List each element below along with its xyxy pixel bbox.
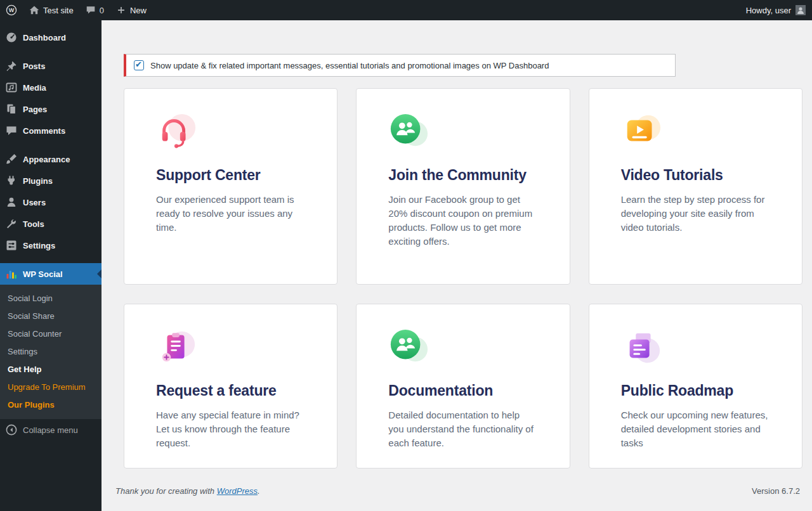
menu-separator bbox=[0, 48, 102, 55]
admin-sidebar: Dashboard Posts Media Pages bbox=[0, 20, 102, 511]
sidebar-item-appearance[interactable]: Appearance bbox=[0, 148, 102, 170]
sidebar-item-label: Posts bbox=[23, 61, 45, 71]
sidebar-item-media[interactable]: Media bbox=[0, 77, 102, 98]
media-icon bbox=[5, 81, 18, 94]
sidebar-item-label: Media bbox=[23, 83, 46, 93]
sidebar-item-label: Pages bbox=[23, 105, 47, 114]
sidebar-item-label: Tools bbox=[23, 219, 44, 229]
card-documentation: Documentation Detailed documentation to … bbox=[356, 304, 570, 469]
card-support-center: Support Center Our experienced support t… bbox=[124, 88, 337, 285]
sidebar-item-wp-social[interactable]: WP Social bbox=[0, 263, 102, 285]
wrench-icon bbox=[5, 217, 18, 230]
wp-social-icon bbox=[5, 268, 18, 280]
content-area: Show update & fix related important mess… bbox=[102, 20, 812, 469]
dashboard-icon bbox=[5, 31, 18, 44]
card-join-community: Join the Community Join our Facebook gro… bbox=[356, 88, 570, 285]
user-icon bbox=[5, 196, 18, 209]
sidebar-item-comments[interactable]: Comments bbox=[0, 120, 102, 141]
card-title: Video Tutorials bbox=[621, 166, 769, 184]
new-label: New bbox=[130, 6, 147, 15]
settings-icon bbox=[5, 239, 18, 252]
sidebar-item-label: WP Social bbox=[23, 269, 63, 279]
card-title: Public Roadmap bbox=[621, 382, 769, 400]
pages-icon bbox=[5, 103, 18, 115]
sidebar-item-label: Users bbox=[23, 198, 46, 207]
site-name-menu[interactable]: Test site bbox=[23, 0, 79, 20]
card-title: Documentation bbox=[388, 382, 536, 400]
comment-count: 0 bbox=[100, 6, 104, 15]
notice-label[interactable]: Show update & fix related important mess… bbox=[150, 61, 549, 70]
card-description: Our experienced support team is ready to… bbox=[156, 193, 304, 235]
sidebar-item-label: Dashboard bbox=[23, 33, 66, 42]
new-content-menu[interactable]: New bbox=[110, 0, 152, 20]
collapse-arrow-icon bbox=[5, 424, 18, 436]
avatar bbox=[796, 5, 806, 15]
sidebar-item-users[interactable]: Users bbox=[0, 191, 102, 213]
card-description: Join our Facebook group to get 20% disco… bbox=[388, 193, 536, 249]
sidebar-item-label: Appearance bbox=[23, 155, 70, 164]
sidebar-item-label: Settings bbox=[23, 241, 55, 250]
home-icon bbox=[29, 4, 40, 16]
plugin-icon bbox=[5, 174, 18, 187]
account-menu[interactable]: Howdy, user bbox=[746, 0, 812, 20]
submenu-item-social-share[interactable]: Social Share bbox=[0, 307, 102, 325]
pushpin-icon bbox=[5, 60, 18, 72]
collapse-menu-button[interactable]: Collapse menu bbox=[0, 419, 102, 441]
card-title: Join the Community bbox=[388, 166, 536, 184]
admin-bar-left: W Test site 0 New bbox=[0, 0, 152, 20]
current-menu-arrow-icon bbox=[97, 269, 102, 278]
headset-icon bbox=[156, 112, 197, 152]
community-people-icon bbox=[388, 112, 429, 152]
menu-separator bbox=[0, 256, 102, 263]
feature-clipboard-icon bbox=[156, 327, 197, 368]
submenu-item-settings[interactable]: Settings bbox=[0, 342, 102, 360]
sidebar-item-dashboard[interactable]: Dashboard bbox=[0, 27, 102, 48]
comments-menu[interactable]: 0 bbox=[79, 0, 110, 20]
comment-icon bbox=[5, 124, 18, 137]
card-public-roadmap: Public Roadmap Check our upcoming new fe… bbox=[589, 304, 802, 469]
menu-separator bbox=[0, 141, 102, 148]
submenu-item-upgrade-premium[interactable]: Upgrade To Premium bbox=[0, 378, 102, 396]
admin-footer: Thank you for creating with WordPress. V… bbox=[102, 469, 812, 496]
documentation-people-icon bbox=[388, 327, 429, 368]
wp-social-submenu: Social Login Social Share Social Counter… bbox=[0, 285, 102, 419]
footer-thanks-text: Thank you for creating with bbox=[115, 486, 214, 496]
card-video-tutorials: Video Tutorials Learn the step by step p… bbox=[589, 88, 802, 285]
howdy-text: Howdy, user bbox=[746, 6, 791, 15]
card-title: Request a feature bbox=[156, 382, 304, 400]
brush-icon bbox=[5, 153, 18, 165]
sidebar-item-tools[interactable]: Tools bbox=[0, 213, 102, 235]
dashboard-notice: Show update & fix related important mess… bbox=[124, 54, 676, 77]
card-description: Learn the step by step process for devel… bbox=[621, 193, 769, 235]
submenu-item-social-login[interactable]: Social Login bbox=[0, 289, 102, 307]
show-messages-checkbox[interactable] bbox=[134, 60, 144, 70]
card-title: Support Center bbox=[156, 166, 304, 184]
main-content: Show update & fix related important mess… bbox=[102, 20, 812, 511]
footer-version: Version 6.7.2 bbox=[752, 486, 800, 496]
sidebar-item-settings[interactable]: Settings bbox=[0, 235, 102, 256]
card-description: Detailed documentation to help you under… bbox=[388, 408, 536, 450]
admin-bar: W Test site 0 New Howdy, user bbox=[0, 0, 812, 20]
submenu-item-social-counter[interactable]: Social Counter bbox=[0, 325, 102, 342]
admin-menu: Dashboard Posts Media Pages bbox=[0, 20, 102, 441]
wordpress-link[interactable]: WordPress bbox=[217, 486, 258, 496]
submenu-item-our-plugins[interactable]: Our Plugins bbox=[0, 396, 102, 413]
site-name: Test site bbox=[43, 6, 74, 15]
svg-text:W: W bbox=[9, 7, 15, 13]
sidebar-item-posts[interactable]: Posts bbox=[0, 55, 102, 77]
plus-icon bbox=[115, 4, 127, 16]
card-request-feature: Request a feature Have any special featu… bbox=[124, 304, 337, 469]
wordpress-logo-menu[interactable]: W bbox=[0, 0, 23, 20]
sidebar-item-label: Plugins bbox=[23, 176, 53, 186]
wordpress-logo-icon: W bbox=[6, 4, 17, 16]
roadmap-document-icon bbox=[621, 327, 662, 368]
comment-bubble-icon bbox=[85, 4, 96, 16]
sidebar-item-plugins[interactable]: Plugins bbox=[0, 170, 102, 191]
sidebar-item-pages[interactable]: Pages bbox=[0, 98, 102, 120]
help-cards-grid: Support Center Our experienced support t… bbox=[124, 88, 802, 469]
sidebar-item-label: Comments bbox=[23, 126, 65, 136]
submenu-item-get-help[interactable]: Get Help bbox=[0, 360, 102, 378]
collapse-menu-label: Collapse menu bbox=[23, 425, 78, 435]
card-description: Have any special feature in mind? Let us… bbox=[156, 408, 304, 450]
video-play-icon bbox=[621, 112, 662, 152]
